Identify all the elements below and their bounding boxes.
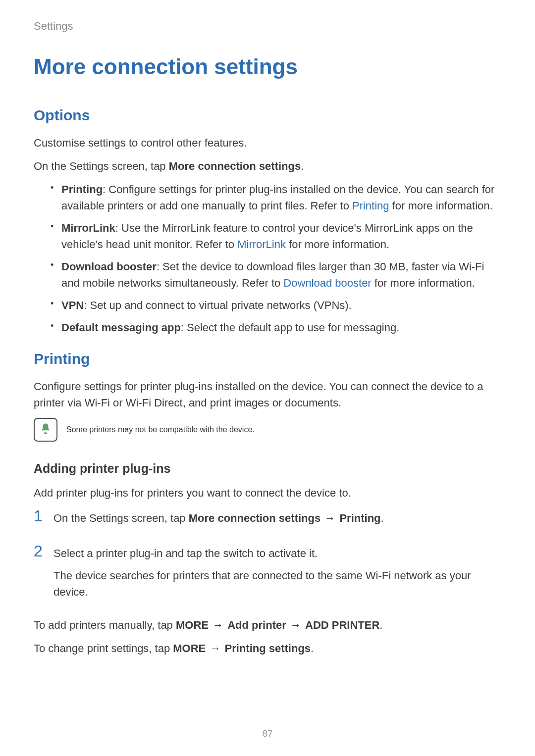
step-body: Select a printer plug-in and tap the swi… xyxy=(54,543,501,606)
text-bold: More connection settings xyxy=(189,512,321,524)
manual-printers: To add printers manually, tap MORE → Add… xyxy=(34,617,501,633)
option-label: MirrorLink xyxy=(61,222,115,234)
arrow-icon: → xyxy=(321,512,339,524)
text-bold: More connection settings xyxy=(169,160,301,172)
page-number: 87 xyxy=(0,728,535,739)
list-item: Printing: Configure settings for printer… xyxy=(51,181,501,214)
list-item: Default messaging app: Select the defaul… xyxy=(51,319,501,336)
note-text: Some printers may not be compatible with… xyxy=(66,425,255,434)
text: On the Settings screen, tap xyxy=(34,160,169,172)
section-options-heading: Options xyxy=(34,107,501,124)
adding-intro: Add printer plug-ins for printers you wa… xyxy=(34,485,501,501)
text: for more information. xyxy=(389,200,493,212)
options-list: Printing: Configure settings for printer… xyxy=(34,181,501,336)
text: : Set up and connect to virtual private … xyxy=(84,299,351,311)
step-1: 1 On the Settings screen, tap More conne… xyxy=(34,508,501,532)
change-settings: To change print settings, tap MORE → Pri… xyxy=(34,640,501,656)
page-title: More connection settings xyxy=(34,54,501,79)
arrow-icon: → xyxy=(206,642,224,655)
step-body: On the Settings screen, tap More connect… xyxy=(54,508,384,532)
step-number: 1 xyxy=(34,508,46,524)
link-download-booster[interactable]: Download booster xyxy=(283,277,371,289)
section-printing-heading: Printing xyxy=(34,351,501,367)
list-item: MirrorLink: Use the MirrorLink feature t… xyxy=(51,220,501,252)
text: for more information. xyxy=(286,238,389,251)
text: . xyxy=(381,512,384,524)
breadcrumb: Settings xyxy=(34,20,501,33)
option-label: Printing xyxy=(61,183,103,196)
printing-intro: Configure settings for printer plug-ins … xyxy=(34,378,501,411)
note-icon-box xyxy=(34,418,57,442)
text: Select a printer plug-in and tap the swi… xyxy=(54,545,501,561)
bell-icon xyxy=(39,422,52,437)
text-bold: MORE xyxy=(176,619,209,631)
list-item: VPN: Set up and connect to virtual priva… xyxy=(51,297,501,313)
text-bold: Printing settings xyxy=(225,642,311,655)
text: for more information. xyxy=(372,277,475,289)
text: On the Settings screen, tap xyxy=(54,512,189,524)
text: To change print settings, tap xyxy=(34,642,173,655)
text-bold: ADD PRINTER xyxy=(305,619,379,631)
page: Settings More connection settings Option… xyxy=(0,0,535,756)
arrow-icon: → xyxy=(209,619,227,631)
step-number: 2 xyxy=(34,543,46,559)
option-label: VPN xyxy=(61,299,84,311)
arrow-icon: → xyxy=(286,619,305,631)
text: The device searches for printers that ar… xyxy=(54,567,501,600)
text: . xyxy=(379,619,382,631)
subsection-adding-heading: Adding printer plug-ins xyxy=(34,461,501,476)
note: Some printers may not be compatible with… xyxy=(34,418,501,442)
option-label: Download booster xyxy=(61,260,157,273)
text: . xyxy=(301,160,304,172)
link-printing[interactable]: Printing xyxy=(352,200,389,212)
text-bold: MORE xyxy=(173,642,206,655)
link-mirrorlink[interactable]: MirrorLink xyxy=(237,238,286,251)
step-2: 2 Select a printer plug-in and tap the s… xyxy=(34,543,501,606)
text-bold: Printing xyxy=(339,512,380,524)
list-item: Download booster: Set the device to down… xyxy=(51,258,501,291)
options-nav: On the Settings screen, tap More connect… xyxy=(34,158,501,174)
text: To add printers manually, tap xyxy=(34,619,176,631)
text-bold: Add printer xyxy=(227,619,286,631)
options-intro: Customise settings to control other feat… xyxy=(34,135,501,151)
text: : Select the default app to use for mess… xyxy=(181,321,400,334)
text: . xyxy=(311,642,314,655)
option-label: Default messaging app xyxy=(61,321,181,334)
